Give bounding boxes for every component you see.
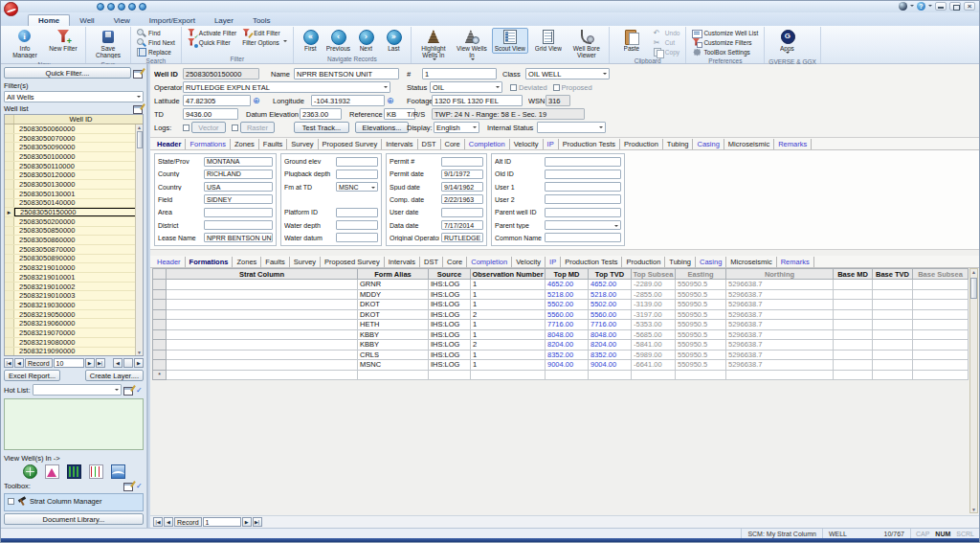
district-field[interactable] — [204, 220, 273, 230]
cell-top_md[interactable]: 5502.00 — [546, 300, 589, 310]
previous-record-button[interactable]: ◀ — [164, 517, 173, 527]
wsn-field[interactable]: 316 — [546, 95, 570, 106]
cell-base_tvd[interactable] — [873, 360, 913, 371]
tab-faults[interactable]: Faults — [259, 139, 287, 149]
proposed-checkbox[interactable] — [553, 84, 560, 91]
water-datum-field[interactable] — [336, 233, 378, 242]
quick-access-button[interactable] — [128, 3, 136, 11]
cell-northing[interactable]: 5296638.7 — [726, 280, 834, 290]
comp-date-field[interactable]: 2/22/1963 — [441, 194, 483, 204]
last-button[interactable]: Last — [381, 28, 407, 54]
column-header-base-md[interactable]: Base MD — [834, 269, 873, 280]
highlight-wells-in-button[interactable]: Highlight Wells In — [415, 28, 452, 64]
cell-base_tvd[interactable] — [873, 289, 913, 300]
column-header-easting[interactable]: Easting — [676, 269, 726, 280]
cell-obs[interactable]: 1 — [471, 329, 546, 340]
customize-well-list-button[interactable]: Customize Well List — [690, 28, 760, 37]
tab-header[interactable]: Header — [153, 257, 186, 267]
cell-empty[interactable] — [726, 370, 834, 380]
excel-report-button[interactable]: Excel Report... — [4, 370, 60, 381]
water-depth-field[interactable] — [336, 220, 378, 230]
well-list-row[interactable]: ►25083050150000 — [5, 208, 143, 217]
cell-top_md[interactable]: 5218.00 — [546, 289, 589, 300]
status-select[interactable]: OIL — [430, 81, 502, 93]
cell-empty[interactable] — [546, 370, 589, 380]
filter-options-button[interactable]: Filter Options — [240, 37, 289, 47]
well-list-row[interactable]: 25083219080000 — [5, 338, 143, 348]
plugback-depth-field[interactable] — [336, 170, 378, 179]
cell-form_alias[interactable]: DKOT — [358, 309, 429, 320]
cell-form_alias[interactable]: HETH — [358, 320, 429, 330]
previous-button[interactable]: Previous — [325, 28, 351, 54]
test-track-button[interactable]: Test Track... — [294, 122, 349, 133]
ribbon-tab-tools[interactable]: Tools — [243, 15, 280, 26]
user-2-field[interactable] — [545, 194, 621, 204]
country-field[interactable]: USA — [204, 182, 273, 192]
cell-top_subsea[interactable]: -5841.00 — [632, 340, 676, 351]
surface-view-icon[interactable] — [111, 464, 125, 479]
app-logo-icon[interactable] — [4, 2, 18, 16]
log-view-icon[interactable] — [89, 464, 103, 479]
cell-easting[interactable]: 550950.5 — [676, 320, 726, 330]
row-selector[interactable] — [5, 190, 14, 198]
scroll-up-icon[interactable]: ▲ — [971, 269, 976, 275]
record-number-field[interactable]: 10 — [54, 358, 84, 368]
last-record-button[interactable]: ▶| — [96, 358, 105, 368]
footage-field[interactable]: 1320 FSL 1320 FEL — [432, 95, 523, 106]
well-list-row[interactable]: 25083219060000 — [5, 319, 143, 328]
well-list-row[interactable]: 25083219030000 — [5, 301, 143, 310]
cell-top_md[interactable]: 4652.00 — [546, 280, 589, 290]
last-record-button[interactable]: ▶| — [253, 517, 262, 527]
raster-logs-checkbox[interactable] — [232, 124, 238, 131]
cell-base_tvd[interactable] — [873, 350, 913, 360]
toolbox-item-strat-column-manager[interactable]: Strat Column Manager — [6, 495, 142, 507]
apps-button[interactable]: Apps — [768, 28, 805, 57]
tab-intervals[interactable]: Intervals — [382, 139, 417, 149]
cell-northing[interactable]: 5296638.7 — [726, 350, 834, 360]
column-header-base-tvd[interactable]: Base TVD — [873, 269, 913, 280]
tab-remarks[interactable]: Remarks — [777, 257, 814, 267]
cell-source[interactable]: IHS:LOG — [429, 360, 471, 371]
chevron-down-icon[interactable] — [928, 5, 932, 9]
parent-type-field[interactable] — [545, 220, 621, 230]
cell-obs[interactable]: 1 — [471, 289, 546, 300]
paste-button[interactable]: Paste — [613, 28, 650, 54]
cell-top_tvd[interactable]: 4652.00 — [589, 280, 632, 290]
cell-easting[interactable]: 550950.5 — [676, 340, 726, 351]
well-list-row[interactable]: 25083050890000 — [5, 255, 143, 264]
cell-form_alias[interactable]: DKOT — [358, 300, 429, 310]
tab-core[interactable]: Core — [443, 257, 467, 267]
cell-northing[interactable]: 5296638.7 — [726, 320, 834, 330]
tab-tubing[interactable]: Tubing — [665, 257, 696, 267]
cell-obs[interactable]: 1 — [471, 360, 546, 371]
edit-filter-list-icon[interactable] — [133, 68, 144, 78]
cell-northing[interactable]: 5296638.7 — [726, 309, 834, 320]
cell-base_md[interactable] — [834, 280, 873, 290]
platform-id-field[interactable] — [336, 208, 378, 217]
class-select[interactable]: OIL WELL — [525, 68, 610, 79]
vector-logs-checkbox[interactable] — [183, 124, 189, 131]
well-list-row[interactable]: 25083050850000 — [5, 227, 143, 237]
cell-base_subsea[interactable] — [913, 360, 969, 371]
cell-base_md[interactable] — [834, 329, 873, 340]
cell-base_md[interactable] — [834, 309, 873, 320]
area-field[interactable] — [204, 208, 273, 217]
row-selector[interactable] — [5, 319, 14, 328]
info-manager-button[interactable]: Info Manager — [7, 28, 43, 60]
row-selector[interactable] — [5, 227, 14, 236]
quick-filter-button[interactable]: Quick Filter — [186, 37, 238, 47]
cell-obs[interactable]: 2 — [471, 340, 546, 351]
strat-pattern-cell[interactable] — [167, 340, 358, 351]
internal-status-select[interactable] — [537, 122, 606, 133]
well-list-row[interactable]: 25083219070000 — [5, 328, 143, 338]
first-record-button[interactable]: |◀ — [153, 517, 163, 527]
cell-top_tvd[interactable]: 5218.00 — [589, 289, 632, 300]
globe-icon[interactable] — [253, 96, 261, 105]
column-header-northing[interactable]: Northing — [726, 269, 834, 280]
well-list-row[interactable]: 25083050860000 — [5, 236, 143, 245]
check-icon[interactable] — [136, 386, 144, 395]
cell-source[interactable]: IHS:LOG — [429, 300, 471, 310]
deviated-checkbox[interactable] — [510, 84, 517, 91]
tab-formations[interactable]: Formations — [186, 139, 231, 149]
cell-base_md[interactable] — [834, 320, 873, 330]
